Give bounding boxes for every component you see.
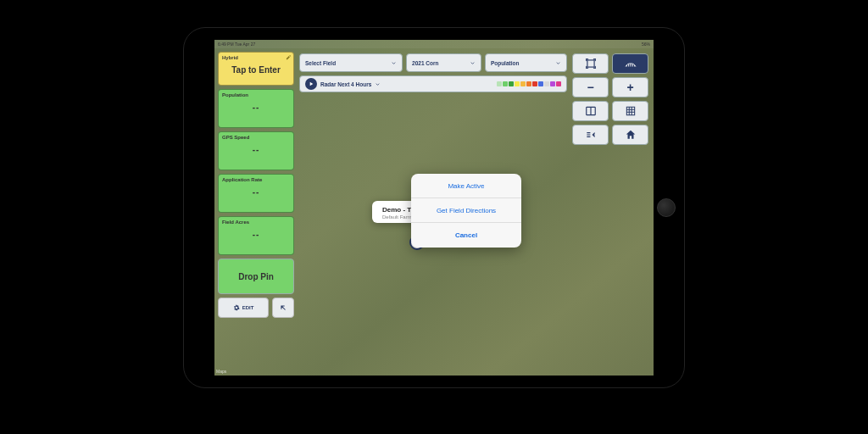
card-hybrid[interactable]: Hybrid Tap to Enter <box>218 52 294 86</box>
legend-swatch <box>550 81 555 86</box>
top-filter-bar: Select Field 2021 Corn Population <box>299 53 567 72</box>
select-field-label: Select Field <box>305 60 336 66</box>
zoom-out-button[interactable]: − <box>572 77 609 97</box>
status-bar: 6:49 PM Tue Apr 27 56% <box>214 40 654 48</box>
fullscreen-button[interactable] <box>572 53 609 74</box>
svg-rect-8 <box>594 66 595 69</box>
card-rate-value: -- <box>222 187 290 197</box>
svg-rect-4 <box>594 58 595 61</box>
split-view-button[interactable] <box>572 101 609 121</box>
field-action-sheet: Make Active Get Field Directions Cancel <box>411 174 521 248</box>
plus-icon: + <box>626 81 633 94</box>
status-battery: 56% <box>642 42 650 47</box>
field-boundary-icon <box>625 58 637 70</box>
card-population-label: Population <box>222 92 248 97</box>
zoom-in-button[interactable]: + <box>612 77 648 97</box>
card-acres-value: -- <box>222 230 290 239</box>
field-boundary-button[interactable] <box>612 53 648 74</box>
legend-swatch <box>509 81 514 86</box>
drop-pin-button[interactable]: Drop Pin <box>218 259 294 294</box>
card-population[interactable]: Population -- <box>218 89 294 128</box>
minus-icon: − <box>587 81 593 94</box>
radar-label: Radar Next 4 Hours <box>320 81 371 87</box>
grid-button[interactable] <box>612 101 648 121</box>
arrow-up-left-icon <box>279 303 287 312</box>
card-application-rate[interactable]: Application Rate -- <box>218 174 294 213</box>
card-field-acres[interactable]: Field Acres -- <box>218 216 294 255</box>
layers-toggle-button[interactable] <box>572 125 609 145</box>
drop-pin-label: Drop Pin <box>238 272 274 281</box>
tablet-frame: 6:49 PM Tue Apr 27 56% Hybrid Tap to Ent… <box>183 27 685 388</box>
svg-rect-6 <box>586 66 587 69</box>
legend-swatch <box>544 81 549 86</box>
legend-swatch <box>532 81 537 86</box>
legend-swatch <box>520 81 526 86</box>
edit-icon <box>286 54 292 60</box>
season-dropdown[interactable]: 2021 Corn <box>406 53 481 72</box>
layers-toggle-icon <box>585 129 597 141</box>
select-field-dropdown[interactable]: Select Field <box>299 53 403 72</box>
chevron-down-icon <box>391 60 397 66</box>
home-button[interactable] <box>612 125 648 145</box>
radar-legend <box>497 81 561 86</box>
chevron-down-icon <box>555 60 561 66</box>
radar-play-button[interactable] <box>305 78 317 90</box>
play-icon <box>308 81 314 87</box>
legend-swatch <box>497 81 502 86</box>
card-gps-speed[interactable]: GPS Speed -- <box>218 131 294 170</box>
legend-swatch <box>556 81 561 86</box>
svg-rect-0 <box>587 60 593 67</box>
radar-bar: Radar Next 4 Hours <box>299 75 567 92</box>
make-active-option[interactable]: Make Active <box>411 174 521 198</box>
fullscreen-icon <box>585 58 597 70</box>
expand-button[interactable] <box>272 298 294 318</box>
edit-button[interactable]: EDIT <box>218 298 269 318</box>
card-population-value: -- <box>222 103 290 112</box>
get-directions-option[interactable]: Get Field Directions <box>411 198 521 223</box>
legend-swatch <box>538 81 543 86</box>
svg-rect-2 <box>586 58 587 61</box>
gear-icon <box>233 304 240 311</box>
chevron-down-icon[interactable] <box>375 81 381 87</box>
card-gps-value: -- <box>222 145 290 154</box>
legend-swatch <box>526 81 531 86</box>
tablet-home-button[interactable] <box>657 198 676 217</box>
edit-label: EDIT <box>242 305 254 310</box>
layer-dropdown[interactable]: Population <box>485 53 567 72</box>
map-attribution: Maps <box>216 369 226 374</box>
status-time: 6:49 PM Tue Apr 27 <box>218 42 255 47</box>
season-label: 2021 Corn <box>412 60 438 66</box>
split-view-icon <box>585 105 597 117</box>
card-hybrid-value: Tap to Enter <box>222 65 290 75</box>
sidebar: Hybrid Tap to Enter Population -- GPS Sp… <box>218 52 294 318</box>
field-callout-title: Demo - Te <box>382 206 415 214</box>
card-gps-label: GPS Speed <box>222 135 249 140</box>
app-screen: 6:49 PM Tue Apr 27 56% Hybrid Tap to Ent… <box>214 40 654 376</box>
card-rate-label: Application Rate <box>222 177 262 182</box>
map-tools: − + <box>572 53 648 145</box>
layer-label: Population <box>491 60 520 66</box>
field-callout-subtitle: Default Farm <box>382 214 415 220</box>
card-hybrid-label: Hybrid <box>222 55 238 60</box>
legend-swatch <box>503 81 508 86</box>
home-icon <box>625 129 637 141</box>
cancel-option[interactable]: Cancel <box>411 223 521 248</box>
grid-icon <box>625 105 637 117</box>
card-acres-label: Field Acres <box>222 220 249 225</box>
legend-swatch <box>515 81 520 86</box>
chevron-down-icon <box>470 60 476 66</box>
